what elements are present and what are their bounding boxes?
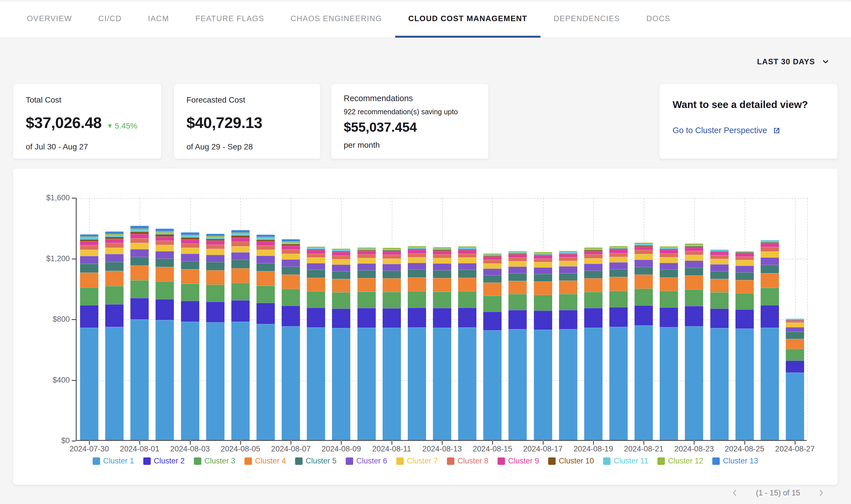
bar-segment-cluster-6-2024-08-13[interactable] bbox=[433, 264, 451, 270]
bar-segment-cluster-3-2024-08-20[interactable] bbox=[609, 291, 628, 307]
bar-segment-cluster-7-2024-08-02[interactable] bbox=[156, 245, 174, 251]
bar-segment-cluster-4-2024-08-22[interactable] bbox=[660, 277, 678, 291]
bar-segment-cluster-9-2024-08-20[interactable] bbox=[609, 249, 628, 253]
bar-segment-cluster-1-2024-08-10[interactable] bbox=[358, 328, 376, 440]
bar-segment-cluster-9-2024-08-06[interactable] bbox=[257, 241, 275, 246]
bar-segment-cluster-8-2024-08-11[interactable] bbox=[383, 255, 401, 258]
bar-segment-cluster-5-2024-08-07[interactable] bbox=[282, 267, 300, 274]
bar-segment-cluster-3-2024-08-11[interactable] bbox=[383, 292, 401, 308]
bar-segment-cluster-7-2024-08-10[interactable] bbox=[358, 258, 376, 264]
bar-segment-cluster-8-2024-08-17[interactable] bbox=[534, 258, 552, 262]
bar-segment-cluster-10-2024-08-01[interactable] bbox=[131, 232, 149, 234]
bar-segment-cluster-2-2024-08-02[interactable] bbox=[156, 299, 174, 320]
bar-segment-cluster-3-2024-08-13[interactable] bbox=[433, 292, 451, 308]
bar-segment-cluster-1-2024-08-15[interactable] bbox=[483, 330, 502, 440]
bar-segment-cluster-4-2024-08-03[interactable] bbox=[181, 269, 199, 284]
bar-segment-cluster-8-2024-08-12[interactable] bbox=[408, 253, 426, 257]
bar-segment-cluster-6-2024-08-06[interactable] bbox=[257, 256, 275, 263]
bar-segment-cluster-2-2024-08-07[interactable] bbox=[282, 306, 300, 326]
chevron-left-icon[interactable] bbox=[731, 489, 739, 497]
bar-segment-cluster-10-2024-08-05[interactable] bbox=[231, 235, 250, 237]
bar-segment-cluster-6-2024-08-11[interactable] bbox=[383, 264, 401, 271]
bar-segment-cluster-5-2024-08-14[interactable] bbox=[458, 270, 476, 277]
bar-segment-cluster-9-2024-08-23[interactable] bbox=[685, 248, 703, 251]
bar-segment-cluster-8-2024-08-19[interactable] bbox=[584, 254, 603, 258]
bar-segment-cluster-8-2024-08-26[interactable] bbox=[761, 247, 779, 251]
bar-segment-cluster-9-2024-08-24[interactable] bbox=[710, 252, 729, 255]
bar-segment-cluster-11-2024-08-26[interactable] bbox=[761, 240, 779, 242]
bar-segment-cluster-7-2024-07-31[interactable] bbox=[105, 248, 123, 254]
bar-segment-cluster-7-2024-08-07[interactable] bbox=[282, 254, 300, 260]
bar-segment-cluster-1-2024-08-09[interactable] bbox=[332, 328, 350, 440]
bar-segment-cluster-3-2024-08-05[interactable] bbox=[231, 283, 250, 301]
bar-segment-cluster-8-2024-07-31[interactable] bbox=[105, 243, 123, 248]
bar-segment-cluster-5-2024-08-04[interactable] bbox=[206, 262, 224, 270]
bar-segment-cluster-2-2024-08-09[interactable] bbox=[332, 309, 350, 328]
bar-segment-cluster-13-2024-08-06[interactable] bbox=[257, 235, 275, 237]
bar-segment-cluster-6-2024-08-20[interactable] bbox=[609, 262, 628, 269]
bar-segment-cluster-1-2024-08-23[interactable] bbox=[685, 326, 703, 440]
bar-segment-cluster-5-2024-07-31[interactable] bbox=[105, 262, 123, 271]
bar-segment-cluster-2-2024-08-18[interactable] bbox=[559, 310, 577, 329]
bar-segment-cluster-7-2024-08-27[interactable] bbox=[786, 323, 804, 327]
bar-segment-cluster-4-2024-08-16[interactable] bbox=[508, 281, 527, 294]
bar-segment-cluster-9-2024-08-14[interactable] bbox=[458, 250, 476, 253]
bar-segment-cluster-8-2024-08-02[interactable] bbox=[156, 240, 174, 245]
bar-segment-cluster-6-2024-08-08[interactable] bbox=[307, 263, 325, 270]
bar-segment-cluster-6-2024-08-04[interactable] bbox=[206, 255, 224, 262]
bar-segment-cluster-1-2024-08-26[interactable] bbox=[761, 328, 779, 440]
bar-segment-cluster-2-2024-08-26[interactable] bbox=[761, 305, 779, 328]
bar-segment-cluster-5-2024-08-16[interactable] bbox=[508, 273, 527, 281]
bar-segment-cluster-3-2024-08-22[interactable] bbox=[660, 291, 678, 307]
bar-segment-cluster-1-2024-08-06[interactable] bbox=[257, 324, 275, 440]
bar-segment-cluster-2-2024-08-14[interactable] bbox=[458, 308, 476, 327]
legend-item-cluster-13[interactable]: Cluster 13 bbox=[712, 456, 758, 465]
bar-segment-cluster-5-2024-08-17[interactable] bbox=[534, 274, 552, 282]
bar-segment-cluster-3-2024-08-08[interactable] bbox=[307, 291, 325, 307]
bar-segment-cluster-7-2024-08-24[interactable] bbox=[710, 259, 729, 264]
bar-segment-cluster-3-2024-07-31[interactable] bbox=[105, 286, 123, 304]
bar-segment-cluster-1-2024-07-30[interactable] bbox=[80, 328, 98, 440]
bar-segment-cluster-8-2024-08-21[interactable] bbox=[635, 250, 653, 254]
bar-segment-cluster-9-2024-08-13[interactable] bbox=[433, 251, 451, 254]
legend-item-cluster-10[interactable]: Cluster 10 bbox=[548, 456, 594, 465]
legend-item-cluster-12[interactable]: Cluster 12 bbox=[657, 456, 703, 465]
bar-segment-cluster-2-2024-08-17[interactable] bbox=[534, 310, 552, 329]
bar-segment-cluster-3-2024-08-03[interactable] bbox=[181, 284, 199, 301]
legend-item-cluster-9[interactable]: Cluster 9 bbox=[498, 456, 539, 465]
bar-segment-cluster-4-2024-08-17[interactable] bbox=[534, 282, 552, 294]
bar-segment-cluster-2-2024-08-15[interactable] bbox=[483, 312, 502, 330]
bar-segment-cluster-4-2024-08-09[interactable] bbox=[332, 279, 350, 292]
bar-segment-cluster-4-2024-07-30[interactable] bbox=[80, 273, 98, 287]
bar-segment-cluster-3-2024-08-23[interactable] bbox=[685, 289, 703, 306]
bar-segment-cluster-2-2024-08-05[interactable] bbox=[231, 300, 250, 321]
bar-segment-cluster-6-2024-08-03[interactable] bbox=[181, 254, 199, 261]
bar-segment-cluster-9-2024-08-12[interactable] bbox=[408, 250, 426, 253]
bar-segment-cluster-7-2024-08-22[interactable] bbox=[660, 257, 678, 263]
bar-segment-cluster-9-2024-08-09[interactable] bbox=[332, 252, 350, 255]
bar-segment-cluster-3-2024-08-02[interactable] bbox=[156, 282, 174, 299]
bar-segment-cluster-3-2024-08-25[interactable] bbox=[735, 293, 754, 309]
bar-segment-cluster-9-2024-08-08[interactable] bbox=[307, 250, 325, 253]
bar-segment-cluster-7-2024-08-17[interactable] bbox=[534, 262, 552, 267]
bar-segment-cluster-3-2024-08-16[interactable] bbox=[508, 294, 527, 310]
bar-segment-cluster-3-2024-08-01[interactable] bbox=[131, 280, 149, 298]
tab-overview[interactable]: OVERVIEW bbox=[14, 0, 85, 37]
bar-segment-cluster-8-2024-08-16[interactable] bbox=[508, 257, 527, 261]
bar-segment-cluster-4-2024-08-19[interactable] bbox=[584, 278, 603, 292]
bar-segment-cluster-1-2024-08-14[interactable] bbox=[458, 327, 476, 440]
bar-segment-cluster-6-2024-07-30[interactable] bbox=[80, 256, 98, 264]
bar-segment-cluster-9-2024-08-18[interactable] bbox=[559, 254, 577, 257]
bar-segment-cluster-6-2024-08-16[interactable] bbox=[508, 267, 527, 273]
bar-segment-cluster-5-2024-08-22[interactable] bbox=[660, 269, 678, 277]
bar-segment-cluster-3-2024-08-07[interactable] bbox=[282, 289, 300, 306]
bar-segment-cluster-8-2024-08-18[interactable] bbox=[559, 257, 577, 261]
bar-segment-cluster-6-2024-08-27[interactable] bbox=[786, 327, 804, 332]
bar-segment-cluster-5-2024-08-05[interactable] bbox=[231, 260, 250, 268]
bar-segment-cluster-7-2024-08-05[interactable] bbox=[231, 246, 250, 253]
bar-segment-cluster-1-2024-08-12[interactable] bbox=[408, 327, 426, 440]
bar-segment-cluster-5-2024-08-26[interactable] bbox=[761, 265, 779, 273]
bar-segment-cluster-5-2024-08-09[interactable] bbox=[332, 271, 350, 279]
bar-segment-cluster-3-2024-07-30[interactable] bbox=[80, 287, 98, 305]
bar-segment-cluster-10-2024-07-31[interactable] bbox=[105, 237, 123, 239]
